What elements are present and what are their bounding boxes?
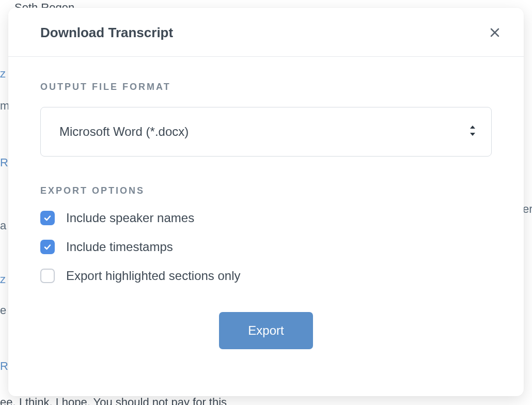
bg-text: z xyxy=(0,271,6,288)
option-include-speaker-names[interactable]: Include speaker names xyxy=(40,211,492,225)
format-select[interactable]: Microsoft Word (*.docx) xyxy=(40,107,492,157)
export-button-wrapper: Export xyxy=(40,312,492,349)
bg-text: e xyxy=(0,302,6,319)
option-label: Include speaker names xyxy=(66,211,194,225)
bg-text: er xyxy=(523,200,532,217)
output-format-label: OUTPUT FILE FORMAT xyxy=(40,82,492,92)
option-export-highlighted-only[interactable]: Export highlighted sections only xyxy=(40,269,492,283)
option-label: Include timestamps xyxy=(66,240,173,254)
check-icon xyxy=(43,214,52,222)
checkbox[interactable] xyxy=(40,269,55,283)
modal-title: Download Transcript xyxy=(40,25,173,41)
checkbox[interactable] xyxy=(40,211,55,225)
close-icon xyxy=(489,26,501,39)
option-include-timestamps[interactable]: Include timestamps xyxy=(40,240,492,254)
checkbox[interactable] xyxy=(40,240,55,254)
bg-text: z xyxy=(0,65,6,82)
bg-text: R xyxy=(0,154,8,171)
modal-header: Download Transcript xyxy=(8,8,524,57)
format-select-wrapper: Microsoft Word (*.docx) xyxy=(40,107,492,157)
download-transcript-modal: Download Transcript OUTPUT FILE FORMAT M… xyxy=(8,8,524,396)
export-button[interactable]: Export xyxy=(219,312,312,349)
export-options-list: Include speaker names Include timestamps… xyxy=(40,211,492,283)
bg-text: a xyxy=(0,217,6,234)
option-label: Export highlighted sections only xyxy=(66,269,241,283)
bg-text: R xyxy=(0,357,8,375)
modal-body: OUTPUT FILE FORMAT Microsoft Word (*.doc… xyxy=(8,57,524,396)
close-button[interactable] xyxy=(487,24,503,41)
check-icon xyxy=(43,243,52,251)
export-options-label: EXPORT OPTIONS xyxy=(40,185,492,196)
